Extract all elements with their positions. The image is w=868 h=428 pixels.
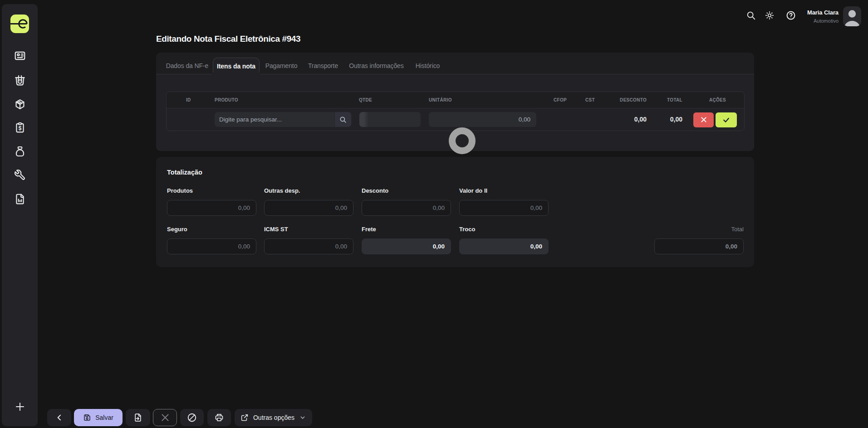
- svg-text:$: $: [18, 125, 21, 131]
